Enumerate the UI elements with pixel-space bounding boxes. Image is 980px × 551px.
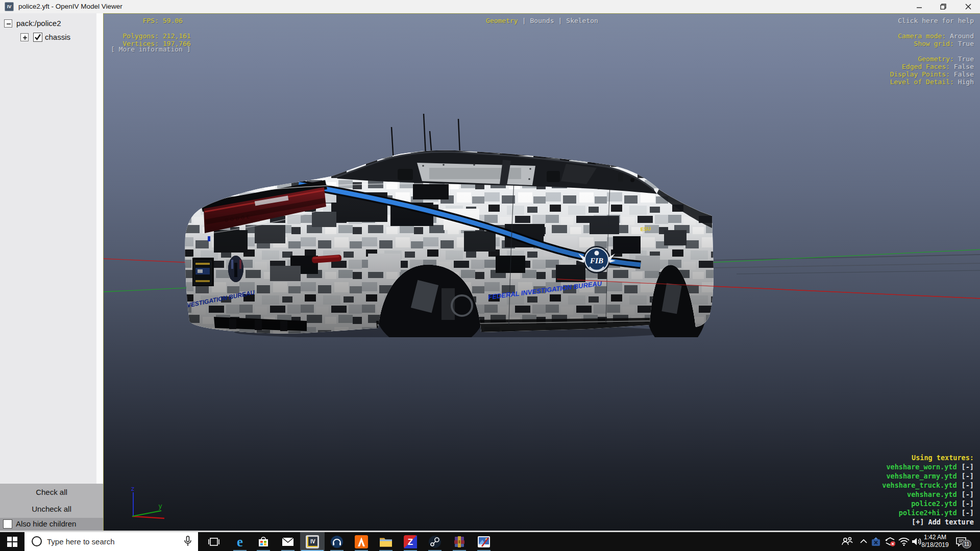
- check-all-button[interactable]: Check all: [0, 484, 103, 500]
- taskbar-app-openiv[interactable]: IV: [300, 532, 325, 551]
- tray-date: 8/18/2019: [919, 541, 951, 549]
- taskbar-app-fivem[interactable]: [349, 532, 374, 551]
- svg-text:Z: Z: [408, 537, 413, 547]
- sync-error-tray-icon[interactable]: [884, 532, 896, 551]
- texture-remove-button[interactable]: [-]: [962, 509, 974, 517]
- axis-y-label: y: [158, 502, 162, 510]
- taskbar-app-zmodeler[interactable]: Z: [398, 532, 423, 551]
- edge-icon: e: [237, 534, 243, 549]
- add-texture-button[interactable]: [+] Add texture: [882, 517, 974, 527]
- tray-app-blue-icon[interactable]: [871, 532, 881, 551]
- car-windows: [336, 152, 657, 194]
- texture-list: Using textures: vehshare_worn.ytd[-] veh…: [882, 453, 974, 527]
- help-link[interactable]: Click here for help: [890, 17, 974, 24]
- openiv-model-viewer-window: IV police2.yft - OpenIV Model Viewer pac…: [0, 0, 980, 551]
- tab-skeleton[interactable]: Skeleton: [566, 17, 598, 24]
- steam-icon: [428, 535, 442, 548]
- expand-expander-icon[interactable]: [20, 33, 29, 41]
- file-explorer-icon: [379, 536, 393, 547]
- taskbar-search[interactable]: [24, 532, 198, 551]
- restore-button[interactable]: [931, 0, 955, 13]
- texture-remove-button[interactable]: [-]: [962, 481, 974, 489]
- taskbar-app-image-editor[interactable]: [472, 532, 496, 551]
- axis-gizmo: z y: [120, 485, 177, 522]
- taskbar-app-headset[interactable]: [325, 532, 349, 551]
- texture-remove-button[interactable]: [-]: [962, 490, 974, 498]
- search-input[interactable]: [47, 532, 175, 551]
- task-view-button[interactable]: [202, 532, 226, 551]
- wifi-tray-icon[interactable]: [898, 532, 910, 551]
- model-tree-sidebar: pack:/police2 chassis Check all Uncheck …: [0, 13, 103, 531]
- taskbar-app-store[interactable]: [251, 532, 276, 551]
- microphone-icon[interactable]: [184, 536, 192, 547]
- taskbar-app-mail[interactable]: [276, 532, 300, 551]
- chassis-checkbox[interactable]: [33, 33, 42, 42]
- stripe-outline: [299, 184, 641, 265]
- people-tray-icon[interactable]: [841, 532, 853, 551]
- polygons-row: Polygons:212,161: [115, 32, 191, 40]
- close-button[interactable]: [956, 0, 980, 13]
- texture-row: police2.ytd[-]: [882, 499, 974, 508]
- fib-badge-text: FIB: [590, 257, 603, 265]
- car-model: DODGE: [178, 103, 724, 337]
- viewport-settings: Click here for help Camera mode: Around …: [890, 17, 974, 86]
- tree-node-chassis-label[interactable]: chassis: [45, 33, 70, 41]
- also-hide-children-label: Also hide children: [16, 519, 76, 528]
- also-hide-children-row[interactable]: Also hide children: [0, 518, 103, 531]
- notification-badge: 11: [962, 540, 971, 548]
- windows-logo-icon: [7, 537, 17, 547]
- camera-mode-row: Camera mode: Around: [890, 32, 974, 40]
- cortana-icon: [32, 536, 42, 546]
- minimize-button[interactable]: [907, 0, 931, 13]
- brand-text: DODGE: [225, 214, 252, 223]
- tray-clock[interactable]: 1:42 AM 8/18/2019: [919, 534, 951, 549]
- task-view-icon: [208, 537, 219, 546]
- collapse-expander-icon[interactable]: [4, 19, 12, 28]
- roof-antennas: [391, 114, 460, 162]
- texture-remove-button[interactable]: [-]: [962, 463, 974, 471]
- cage-partition: [417, 163, 535, 185]
- more-information-link[interactable]: [ More information ]: [111, 45, 191, 53]
- spartan-decal: [228, 256, 243, 282]
- texture-row: vehshare.ytd[-]: [882, 490, 974, 499]
- taskbar-app-steam[interactable]: [423, 532, 447, 551]
- fender-text: ESU: [640, 226, 651, 232]
- openiv-taskbar-icon: IV: [306, 535, 319, 548]
- 3d-viewport[interactable]: DODGE: [103, 13, 980, 531]
- texture-row: vehshare_army.ytd[-]: [882, 471, 974, 481]
- axis-z-label: z: [131, 485, 135, 492]
- minimize-icon: [916, 4, 922, 10]
- zmodeler-icon: Z: [404, 535, 417, 548]
- close-icon: [965, 4, 971, 10]
- edged-faces-row: Edged Faces: False: [890, 63, 974, 70]
- rear-livery-text: INVESTIGATION BUREAU: [180, 289, 255, 310]
- fib-badge: FIB: [578, 246, 616, 273]
- tab-bounds[interactable]: Bounds: [530, 17, 554, 24]
- store-icon: [258, 536, 269, 547]
- mode-separator: |: [522, 17, 526, 24]
- show-grid-row: Show grid: True: [890, 40, 974, 47]
- start-button[interactable]: [0, 532, 24, 551]
- taskbar-app-explorer[interactable]: [374, 532, 398, 551]
- tree-node-root-label[interactable]: pack:/police2: [16, 19, 61, 28]
- window-title: police2.yft - OpenIV Model Viewer: [18, 3, 122, 10]
- display-points-row: Display Points: False: [890, 70, 974, 78]
- tab-geometry[interactable]: Geometry: [486, 17, 518, 24]
- axis-line-overlay: [104, 14, 980, 531]
- tree-actions: Check all Uncheck all: [0, 484, 103, 518]
- texture-remove-button[interactable]: [-]: [962, 499, 974, 508]
- taskbar: e IV Z: [0, 532, 980, 551]
- also-hide-children-checkbox[interactable]: [3, 519, 12, 529]
- taskbar-app-edge[interactable]: e: [228, 532, 252, 551]
- restore-icon: [940, 4, 946, 10]
- render-mode-tabs: Geometry|Bounds|Skeleton: [104, 17, 980, 24]
- mail-icon: [282, 537, 294, 546]
- tray-chevron-icon[interactable]: [860, 532, 868, 551]
- image-editor-icon: [477, 536, 491, 548]
- checkmark-icon: [34, 34, 41, 41]
- uncheck-all-button[interactable]: Uncheck all: [0, 500, 103, 517]
- taskbar-app-winrar[interactable]: [447, 532, 472, 551]
- texture-row: police2+hi.ytd[-]: [882, 508, 974, 517]
- title-bar: IV police2.yft - OpenIV Model Viewer: [0, 0, 980, 13]
- texture-remove-button[interactable]: [-]: [962, 472, 974, 480]
